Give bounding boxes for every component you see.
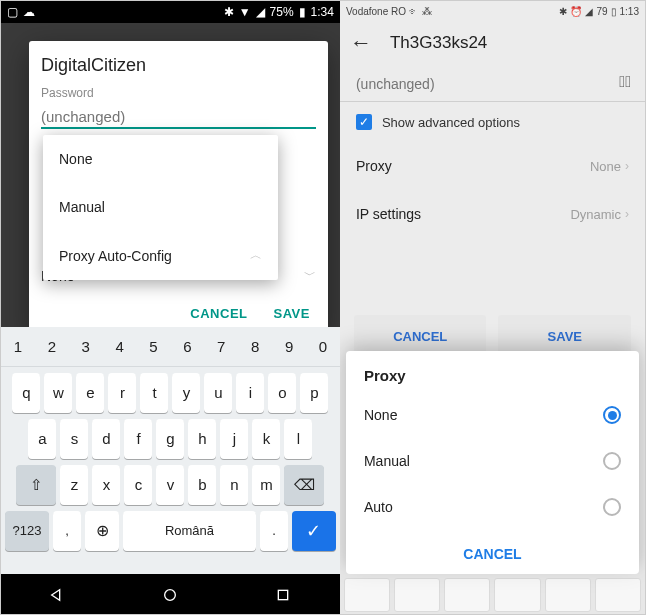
- key-enter[interactable]: ✓: [292, 511, 336, 551]
- background-keyboard: [340, 574, 645, 615]
- ip-settings-row[interactable]: IP settings Dynamic›: [340, 190, 645, 238]
- key-1[interactable]: 1: [1, 327, 35, 367]
- ip-value: Dynamic: [570, 207, 621, 222]
- proxy-label: Proxy: [356, 158, 392, 174]
- key-e[interactable]: e: [76, 373, 104, 413]
- wifi-icon: ▼: [239, 5, 251, 19]
- key-2[interactable]: 2: [35, 327, 69, 367]
- kbd-key: [394, 578, 440, 612]
- proxy-option-auto[interactable]: Auto: [346, 484, 639, 530]
- clock: 1:34: [311, 5, 334, 19]
- key-v[interactable]: v: [156, 465, 184, 505]
- key-9[interactable]: 9: [272, 327, 306, 367]
- password-input[interactable]: [356, 76, 629, 92]
- android-navbar: [1, 574, 340, 615]
- proxy-option-manual[interactable]: Manual: [346, 438, 639, 484]
- key-z[interactable]: z: [60, 465, 88, 505]
- proxy-value: None: [590, 159, 621, 174]
- soft-keyboard: 1 2 3 4 5 6 7 8 9 0 q w e r t y u i o p …: [1, 327, 340, 574]
- proxy-dropdown-menu: None Manual Proxy Auto-Config ︿: [43, 135, 278, 280]
- key-h[interactable]: h: [188, 419, 216, 459]
- nav-recents-icon[interactable]: [275, 587, 291, 603]
- sheet-title: Proxy: [346, 367, 639, 392]
- signal-icon: ◢: [256, 5, 265, 19]
- key-shift[interactable]: ⇧: [16, 465, 56, 505]
- bluetooth-icon: ✱: [559, 6, 567, 17]
- key-m[interactable]: m: [252, 465, 280, 505]
- key-language[interactable]: ⊕: [85, 511, 119, 551]
- alarm-icon: ⏰: [570, 6, 582, 17]
- key-space[interactable]: Română: [123, 511, 256, 551]
- key-k[interactable]: k: [252, 419, 280, 459]
- save-button[interactable]: SAVE: [274, 306, 310, 321]
- phone-stock-android: ▢ ☁ ✱ ▼ ◢ 75% ▮ 1:34 DigitalCitizen Pass…: [1, 1, 340, 615]
- advanced-options-row[interactable]: ✓ Show advanced options: [340, 102, 645, 142]
- key-period[interactable]: .: [260, 511, 288, 551]
- chevron-right-icon: ›: [625, 159, 629, 173]
- ip-label: IP settings: [356, 206, 421, 222]
- toggle-password-visibility-icon[interactable]: 👁̸: [619, 73, 631, 91]
- key-comma[interactable]: ,: [53, 511, 81, 551]
- key-4[interactable]: 4: [103, 327, 137, 367]
- advanced-checkbox[interactable]: ✓: [356, 114, 372, 130]
- key-c[interactable]: c: [124, 465, 152, 505]
- key-backspace[interactable]: ⌫: [284, 465, 324, 505]
- proxy-option-pac[interactable]: Proxy Auto-Config ︿: [43, 231, 278, 280]
- chevron-right-icon: ›: [625, 207, 629, 221]
- kbd-key: [344, 578, 390, 612]
- nav-home-icon[interactable]: [162, 587, 178, 603]
- key-g[interactable]: g: [156, 419, 184, 459]
- key-3[interactable]: 3: [69, 327, 103, 367]
- key-a[interactable]: a: [28, 419, 56, 459]
- key-u[interactable]: u: [204, 373, 232, 413]
- dialog-title: DigitalCitizen: [41, 55, 316, 76]
- key-q[interactable]: q: [12, 373, 40, 413]
- key-r[interactable]: r: [108, 373, 136, 413]
- key-0[interactable]: 0: [306, 327, 340, 367]
- key-t[interactable]: t: [140, 373, 168, 413]
- key-b[interactable]: b: [188, 465, 216, 505]
- key-p[interactable]: p: [300, 373, 328, 413]
- bottom-row: ?123 , ⊕ Română . ✓: [1, 505, 340, 557]
- key-f[interactable]: f: [124, 419, 152, 459]
- radio-icon: [603, 452, 621, 470]
- key-symbols[interactable]: ?123: [5, 511, 49, 551]
- kbd-key: [595, 578, 641, 612]
- key-d[interactable]: d: [92, 419, 120, 459]
- kbd-key: [545, 578, 591, 612]
- key-w[interactable]: w: [44, 373, 72, 413]
- number-row: 1 2 3 4 5 6 7 8 9 0: [1, 327, 340, 367]
- clock: 1:13: [620, 6, 639, 17]
- sheet-cancel-button[interactable]: CANCEL: [346, 530, 639, 566]
- key-i[interactable]: i: [236, 373, 264, 413]
- option-label: None: [364, 407, 397, 423]
- key-8[interactable]: 8: [238, 327, 272, 367]
- password-input[interactable]: [41, 106, 316, 129]
- key-7[interactable]: 7: [204, 327, 238, 367]
- bluetooth-icon: ✱: [224, 5, 234, 19]
- proxy-option-manual[interactable]: Manual: [43, 183, 278, 231]
- key-n[interactable]: n: [220, 465, 248, 505]
- proxy-option-label: Proxy Auto-Config: [59, 248, 172, 264]
- cancel-button[interactable]: CANCEL: [190, 306, 247, 321]
- proxy-option-none[interactable]: None: [43, 135, 278, 183]
- back-button[interactable]: ←: [350, 30, 372, 56]
- letter-row-2: a s d f g h j k l: [1, 413, 340, 459]
- key-5[interactable]: 5: [137, 327, 171, 367]
- key-j[interactable]: j: [220, 419, 248, 459]
- battery-icon: ▯: [611, 6, 617, 17]
- proxy-sheet: Proxy None Manual Auto CANCEL: [346, 351, 639, 574]
- proxy-row[interactable]: Proxy None›: [340, 142, 645, 190]
- proxy-option-none[interactable]: None: [346, 392, 639, 438]
- key-o[interactable]: o: [268, 373, 296, 413]
- wifi-icon: ᯤ: [409, 6, 419, 17]
- page-header: ← Th3G33ks24: [340, 21, 645, 65]
- letter-row-1: q w e r t y u i o p: [1, 367, 340, 413]
- key-l[interactable]: l: [284, 419, 312, 459]
- key-s[interactable]: s: [60, 419, 88, 459]
- nav-back-icon[interactable]: [49, 587, 65, 603]
- key-x[interactable]: x: [92, 465, 120, 505]
- option-label: Manual: [364, 453, 410, 469]
- key-6[interactable]: 6: [170, 327, 204, 367]
- key-y[interactable]: y: [172, 373, 200, 413]
